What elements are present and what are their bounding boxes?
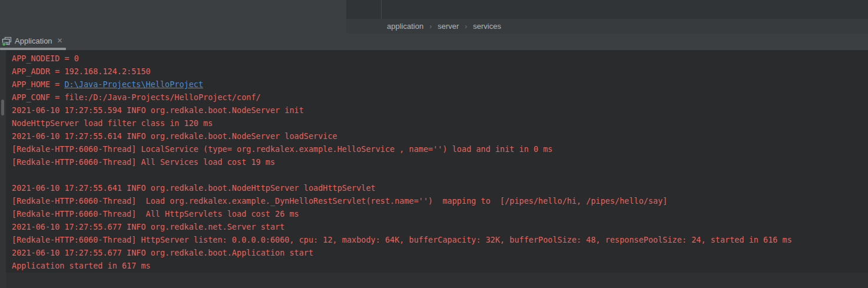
top-area: application›server›services: [0, 0, 868, 34]
console-line: 2021-06-10 17:27:55.594 INFO org.redkale…: [12, 104, 868, 117]
console-line: 2021-06-10 17:27:55.614 INFO org.redkale…: [12, 130, 868, 143]
top-left-panel: [0, 0, 346, 34]
console-output[interactable]: APP_NODEID = 0APP_ADDR = 192.168.124.2:5…: [6, 50, 868, 273]
run-console-icon: [2, 37, 12, 46]
breadcrumb-separator-icon: ›: [465, 22, 467, 31]
breadcrumb: application›server›services: [346, 19, 868, 34]
tab-application-label: Application: [15, 37, 52, 45]
console-line: [12, 168, 868, 181]
tab-close-icon[interactable]: ✕: [57, 37, 63, 44]
console-line: 2021-06-10 17:27:55.677 INFO org.redkale…: [12, 246, 868, 259]
breadcrumb-separator-icon: ›: [429, 22, 432, 31]
console-gutter: [0, 50, 6, 288]
running-indicator-dot: [2, 42, 6, 46]
console-text: APP_HOME =: [12, 80, 64, 89]
tab-application[interactable]: Application ✕: [0, 34, 67, 48]
console-line: [Redkale-HTTP:6060-Thread] All HttpServl…: [12, 207, 868, 220]
console-line: Application started in 617 ms: [12, 259, 868, 272]
console-line: NodeHttpServer load filter class in 120 …: [12, 117, 868, 130]
run-console: APP_NODEID = 0APP_ADDR = 192.168.124.2:5…: [0, 50, 868, 288]
console-scrollbar-thumb[interactable]: [1, 100, 4, 115]
console-line: APP_CONF = file:/D:/Java-Projects/HelloP…: [12, 91, 868, 104]
breadcrumb-item-application[interactable]: application: [386, 22, 425, 31]
console-line: 2021-06-10 17:27:55.641 INFO org.redkale…: [12, 181, 868, 194]
console-line: [Redkale-HTTP:6060-Thread] Load org.redk…: [12, 194, 868, 207]
console-line: APP_ADDR = 192.168.124.2:5150: [12, 65, 868, 78]
breadcrumb-item-services[interactable]: services: [472, 22, 502, 31]
console-line: [Redkale-HTTP:6060-Thread] HttpServer li…: [12, 233, 868, 246]
console-line: APP_NODEID = 0: [12, 52, 868, 65]
ide-window: application›server›services Application …: [0, 0, 868, 288]
console-line: [Redkale-HTTP:6060-Thread] All Services …: [12, 155, 868, 168]
breadcrumb-item-server[interactable]: server: [436, 22, 460, 31]
run-toolwindow-tabbar: Application ✕: [0, 34, 868, 50]
console-file-link[interactable]: D:\Java-Projects\HelloProject: [64, 80, 203, 89]
console-line: APP_HOME = D:\Java-Projects\HelloProject: [12, 78, 868, 91]
editor-empty-area: [346, 0, 868, 19]
editor-split-divider: [381, 0, 382, 19]
console-bottom-band: [6, 273, 868, 288]
console-line: [Redkale-HTTP:6060-Thread] LocalService …: [12, 143, 868, 155]
top-right-panel: application›server›services: [346, 0, 868, 34]
console-line: 2021-06-10 17:27:55.677 INFO org.redkale…: [12, 220, 868, 233]
